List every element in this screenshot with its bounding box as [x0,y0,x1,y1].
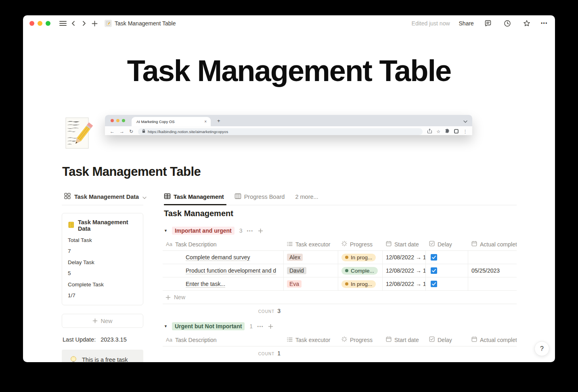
column-header-task-executor[interactable]: Task executor [284,334,338,346]
column-header-start-date[interactable]: Start date [383,238,426,250]
browser-tabstrip: AI Marketing Copy OS × + [105,115,472,126]
count-aggregate[interactable]: COUNT 1 [163,346,281,359]
start-date-cell[interactable]: 12/08/2022 → 12 [383,251,426,264]
last-update-row: Last Update: 2023.3.15 [62,336,143,343]
sidebar-new-button[interactable]: New [62,314,143,328]
profile-icon [454,128,459,135]
delay-cell [426,277,468,290]
tab-progress-board[interactable]: Progress Board [235,193,285,201]
text-type-icon: Aa [166,241,172,247]
lightbulb-icon [70,356,77,362]
chevron-down-icon [142,194,147,201]
date-value: 05/25/2023 [471,267,500,274]
group-more-icon[interactable]: ••• [257,324,264,329]
view-controls-row: Task Management Data Task Management Pro… [62,193,517,205]
zoom-window-button[interactable] [46,21,50,26]
task-description-cell[interactable]: Enter the task... [163,277,284,290]
count-value: 1 [277,350,281,357]
select-list-icon [287,337,293,343]
close-window-button[interactable] [29,21,34,26]
column-header-task-description[interactable]: Aa Task Description [163,238,284,250]
column-header-progress[interactable]: Progress [338,334,383,346]
history-clock-icon[interactable] [502,18,513,29]
start-date-cell[interactable]: 12/08/2022 → 12 [383,277,426,290]
cover-headline: Task Management Table [23,54,555,88]
new-row-button[interactable]: New [163,291,517,304]
tabs-more-button[interactable]: 2 more... [295,194,318,200]
data-source-select[interactable]: Task Management Data [64,193,147,201]
minimize-window-button[interactable] [38,21,42,26]
task-executor-cell[interactable]: David [284,264,338,277]
progress-cell[interactable]: Comple... [338,264,383,277]
calendar-icon [471,241,477,248]
count-aggregate[interactable]: COUNT 3 [163,304,281,316]
favorite-star-icon[interactable] [521,18,532,29]
task-description-cell[interactable]: Product function development and d [163,264,284,277]
comments-icon[interactable] [483,18,493,29]
forward-icon[interactable] [79,18,89,29]
column-label: Delay [438,337,452,343]
start-date-cell[interactable]: 12/08/2022 → 12 [383,264,426,277]
browser-traffic-lights [111,115,125,126]
collapse-triangle-icon[interactable]: ▼ [164,229,168,233]
divider [62,205,143,205]
column-header-task-description[interactable]: Aa Task Description [163,334,284,346]
executor-tag: David [287,267,306,274]
collapse-triangle-icon[interactable]: ▼ [164,324,168,328]
data-card[interactable]: Task Management Data Total Task 7 Delay … [62,213,143,305]
browser-url: https://kaibinding.notion.site/aimarketi… [148,129,228,134]
tab-task-management[interactable]: Task Management [164,193,224,201]
share-upload-icon [427,128,432,135]
breadcrumb[interactable]: Task Management Table [105,20,176,27]
help-button[interactable]: ? [534,341,549,356]
table-header-row: Aa Task Description Task executor Progre… [163,334,517,346]
group-add-icon[interactable] [268,324,273,329]
column-header-progress[interactable]: Progress [338,238,383,250]
delay-checkbox-checked[interactable] [431,267,437,274]
column-header-task-executor[interactable]: Task executor [284,238,338,250]
task-description-cell[interactable]: Complete demand survey [163,251,284,264]
database-title: Task Management [164,209,517,218]
column-header-actual-complete[interactable]: Actual complete [468,238,517,250]
browser-tab-title: AI Marketing Copy OS [136,119,202,124]
new-page-icon[interactable] [89,18,100,29]
delay-cell [426,251,468,264]
delay-checkbox-checked[interactable] [431,254,437,261]
table-header-row: Aa Task Description Task executor Progre… [163,238,517,251]
page-icon-memo [65,117,93,150]
column-label: Delay [438,241,452,248]
column-header-delay[interactable]: Delay [426,334,468,346]
more-options-icon[interactable]: ••• [541,21,548,26]
column-label: Task Description [175,241,217,248]
titlebar-actions: Edited just now Share ••• [412,18,548,29]
actual-complete-cell[interactable] [468,251,517,264]
actual-complete-cell[interactable] [468,277,517,290]
group-badge[interactable]: Important and urgent [172,227,235,235]
progress-cell[interactable]: In prog... [338,277,383,290]
group-more-icon[interactable]: ••• [247,228,253,233]
active-tab-underline [164,204,226,205]
tab-label: Task Management [174,194,224,200]
table-row: Complete demand survey Alex In prog... 1… [163,251,517,264]
back-icon[interactable] [68,18,79,29]
progress-cell[interactable]: In prog... [338,251,383,264]
actual-complete-cell[interactable]: 05/25/2023 [468,264,517,277]
column-header-delay[interactable]: Delay [426,238,468,250]
column-header-start-date[interactable]: Start date [383,334,426,346]
status-pill: In prog... [341,254,376,261]
traffic-lights [29,21,50,26]
sidebar-menu-icon[interactable] [58,18,68,29]
task-executor-cell[interactable]: Eva [284,277,338,290]
group-badge[interactable]: Urgent but Not Important [172,322,245,330]
status-dot [345,282,348,286]
app-window: Task Management Table Edited just now Sh… [23,15,555,362]
column-header-actual-complete[interactable]: Actual complete [468,334,517,346]
plus-icon [165,295,171,300]
tab-label: Progress Board [244,194,285,200]
task-executor-cell[interactable]: Alex [284,251,338,264]
column-label: Task executor [295,241,330,248]
browser-address-bar: https://kaibinding.notion.site/aimarketi… [138,128,423,135]
share-button[interactable]: Share [459,20,474,27]
delay-checkbox-checked[interactable] [431,281,437,287]
group-add-icon[interactable] [258,228,263,234]
